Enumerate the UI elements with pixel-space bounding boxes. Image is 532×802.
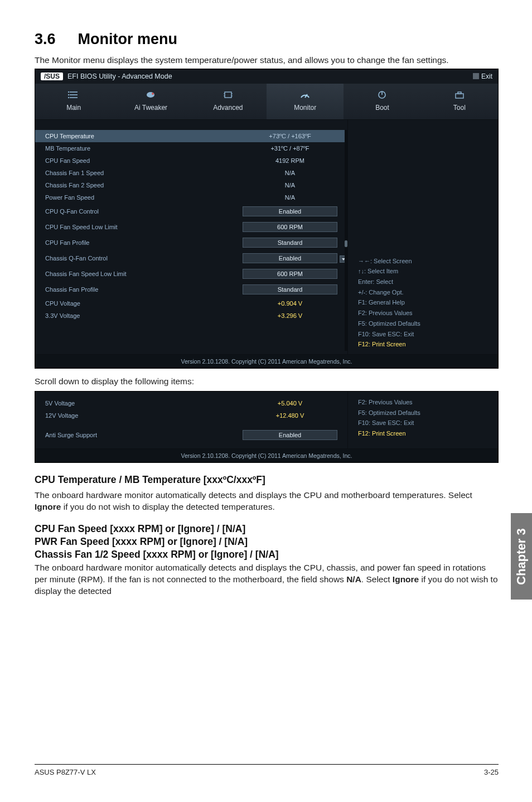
- row-cpu-qfan-control[interactable]: CPU Q-Fan Control Enabled: [35, 204, 347, 219]
- bios-scrollbar[interactable]: [345, 130, 347, 351]
- bios-window-title: EFI BIOS Utility - Advanced Mode: [67, 73, 172, 80]
- section-name: Monitor menu: [78, 31, 177, 47]
- tweaker-icon: [145, 90, 156, 99]
- exit-icon: [473, 73, 479, 79]
- row-cpu-fan-profile[interactable]: CPU Fan Profile Standard: [35, 235, 347, 250]
- row-value[interactable]: Enabled: [243, 430, 337, 440]
- page-footer: ASUS P8Z77-V LX 3-25: [35, 764, 499, 776]
- help-line: F10: Save ESC: Exit: [358, 418, 488, 428]
- bios-settings-pane: CPU Temperature +73ºC / +163ºF MB Temper…: [35, 120, 347, 354]
- help-line: F1: General Help: [358, 297, 488, 308]
- bios-footer: Version 2.10.1208. Copyright (C) 2011 Am…: [35, 354, 498, 368]
- help-line: F5: Optimized Defaults: [358, 318, 488, 329]
- tab-boot[interactable]: Boot: [344, 84, 420, 119]
- row-chassis-fan-1-speed[interactable]: Chassis Fan 1 Speed N/A: [35, 167, 347, 179]
- help-line: F2: Previous Values: [358, 308, 488, 318]
- svg-rect-17: [458, 92, 461, 94]
- help-line: F2: Previous Values: [358, 397, 488, 408]
- chip-icon: [223, 90, 234, 99]
- row-value: N/A: [243, 170, 337, 176]
- svg-rect-16: [456, 94, 463, 98]
- row-value: +31ºC / +87ºF: [243, 145, 337, 152]
- row-label: Power Fan Speed: [45, 194, 243, 201]
- row-mb-temperature[interactable]: MB Temperature +31ºC / +87ºF: [35, 142, 347, 154]
- subsection-heading-fanspeed-2: PWR Fan Speed [xxxx RPM] or [Ignore] / […: [35, 536, 499, 548]
- footer-model: ASUS P8Z77-V LX: [35, 768, 96, 776]
- row-value[interactable]: Standard: [243, 238, 337, 248]
- row-label: Chassis Fan Speed Low Limit: [45, 270, 243, 277]
- row-label: 3.3V Voltage: [45, 312, 243, 319]
- chapter-side-tab: Chapter 3: [511, 513, 532, 600]
- scroll-note: Scroll down to display the following ite…: [35, 376, 499, 386]
- row-chassis-fan-speed-low-limit[interactable]: Chassis Fan Speed Low Limit 600 RPM: [35, 266, 347, 282]
- tab-tool-label: Tool: [453, 104, 466, 112]
- help-line: F10: Save ESC: Exit: [358, 329, 488, 340]
- row-value[interactable]: Enabled: [243, 206, 337, 216]
- bios-screenshot-main: /SUS EFI BIOS Utility - Advanced Mode Ex…: [35, 69, 499, 369]
- row-label: Anti Surge Support: [45, 432, 243, 438]
- exit-label: Exit: [481, 73, 492, 80]
- row-label: CPU Fan Profile: [45, 239, 243, 246]
- row-3v3-voltage[interactable]: 3.3V Voltage +3.296 V: [35, 310, 347, 322]
- help-line: →←: Select Screen: [358, 256, 488, 267]
- exit-button[interactable]: Exit: [473, 73, 492, 80]
- tab-main-label: Main: [66, 104, 81, 112]
- row-label: 12V Voltage: [45, 412, 243, 419]
- row-cpu-fan-speed[interactable]: CPU Fan Speed 4192 RPM: [35, 154, 347, 167]
- row-value: +73ºC / +163ºF: [243, 133, 337, 139]
- list-icon: [68, 90, 79, 99]
- row-value[interactable]: 600 RPM: [243, 269, 337, 279]
- help-line: ↑↓: Select Item: [358, 266, 488, 277]
- row-cpu-voltage[interactable]: CPU Voltage +0.904 V: [35, 297, 347, 310]
- toolbox-icon: [454, 90, 465, 99]
- row-cpu-temperature[interactable]: CPU Temperature +73ºC / +163ºF: [35, 130, 347, 142]
- bios-tabstrip: Main Ai Tweaker Advanced Monitor Boot To…: [35, 84, 498, 120]
- help-line: F12: Print Screen: [358, 428, 488, 439]
- row-value: +3.296 V: [243, 312, 337, 319]
- help-line: +/-: Change Opt.: [358, 287, 488, 298]
- row-chassis-qfan-control[interactable]: Chassis Q-Fan Control Enabled: [35, 250, 347, 266]
- tab-main[interactable]: Main: [35, 84, 112, 119]
- bios-settings-pane: 5V Voltage +5.040 V 12V Voltage +12.480 …: [35, 392, 347, 448]
- row-value[interactable]: 600 RPM: [243, 222, 337, 232]
- row-label: Chassis Fan Profile: [45, 286, 243, 293]
- bios-help-pane: F2: Previous Values F5: Optimized Defaul…: [347, 392, 498, 448]
- row-value[interactable]: Enabled: [243, 253, 337, 263]
- tab-monitor-label: Monitor: [294, 104, 316, 112]
- row-12v-voltage[interactable]: 12V Voltage +12.480 V: [35, 409, 347, 422]
- tab-advanced-label: Advanced: [213, 104, 243, 112]
- row-value: +12.480 V: [243, 412, 337, 419]
- gauge-icon: [299, 90, 311, 99]
- bios-titlebar: /SUS EFI BIOS Utility - Advanced Mode Ex…: [35, 69, 498, 84]
- row-label: 5V Voltage: [45, 400, 243, 407]
- row-5v-voltage[interactable]: 5V Voltage +5.040 V: [35, 397, 347, 409]
- row-label: CPU Q-Fan Control: [45, 208, 243, 215]
- help-line: F5: Optimized Defaults: [358, 408, 488, 418]
- bios-screenshot-continued: 5V Voltage +5.040 V 12V Voltage +12.480 …: [35, 391, 499, 463]
- row-chassis-fan-profile[interactable]: Chassis Fan Profile Standard: [35, 282, 347, 297]
- tab-monitor[interactable]: Monitor: [267, 84, 344, 119]
- section-number: 3.6: [35, 31, 56, 48]
- tab-ai-tweaker[interactable]: Ai Tweaker: [112, 84, 189, 119]
- chapter-side-tab-label: Chapter 3: [514, 528, 529, 584]
- row-chassis-fan-2-speed[interactable]: Chassis Fan 2 Speed N/A: [35, 179, 347, 191]
- row-power-fan-speed[interactable]: Power Fan Speed N/A: [35, 191, 347, 204]
- tab-tool[interactable]: Tool: [421, 84, 498, 119]
- help-line: Enter: Select: [358, 277, 488, 287]
- row-cpu-fan-speed-low-limit[interactable]: CPU Fan Speed Low Limit 600 RPM: [35, 219, 347, 235]
- row-value: +5.040 V: [243, 400, 337, 407]
- row-value[interactable]: Standard: [243, 284, 337, 294]
- svg-point-3: [68, 91, 69, 93]
- row-label: Chassis Fan 2 Speed: [45, 182, 243, 189]
- row-label: MB Temperature: [45, 145, 243, 152]
- power-icon: [376, 90, 388, 99]
- row-label: Chassis Fan 1 Speed: [45, 170, 243, 176]
- section-title: 3.6Monitor menu: [35, 31, 499, 48]
- row-label: CPU Fan Speed: [45, 157, 243, 164]
- tab-advanced[interactable]: Advanced: [190, 84, 267, 119]
- row-label: CPU Temperature: [45, 133, 243, 139]
- row-label: Chassis Q-Fan Control: [45, 255, 243, 262]
- svg-point-7: [152, 93, 154, 95]
- bios-footer: Version 2.10.1208. Copyright (C) 2011 Am…: [35, 448, 498, 462]
- row-anti-surge-support[interactable]: Anti Surge Support Enabled: [35, 427, 347, 443]
